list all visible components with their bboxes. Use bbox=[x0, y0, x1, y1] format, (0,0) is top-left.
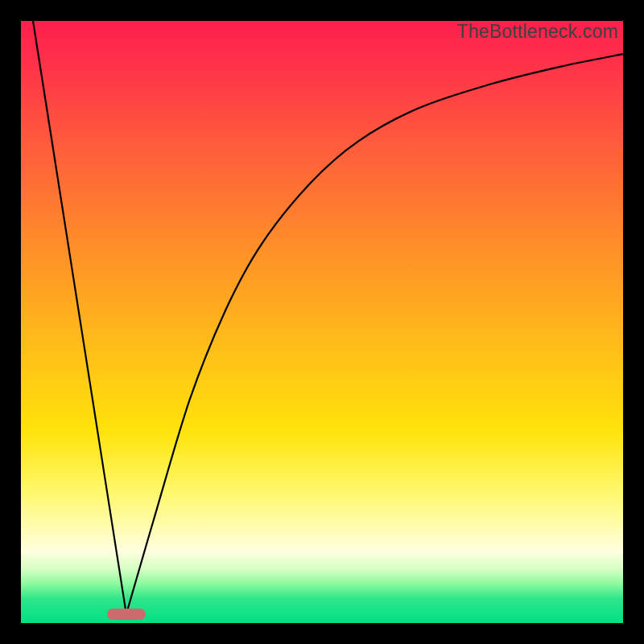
curve-path bbox=[33, 21, 623, 614]
minimum-marker bbox=[107, 609, 147, 620]
chart-plot-area: TheBottleneck.com bbox=[21, 21, 623, 623]
chart-curve bbox=[21, 21, 623, 623]
chart-frame: TheBottleneck.com bbox=[0, 0, 644, 644]
